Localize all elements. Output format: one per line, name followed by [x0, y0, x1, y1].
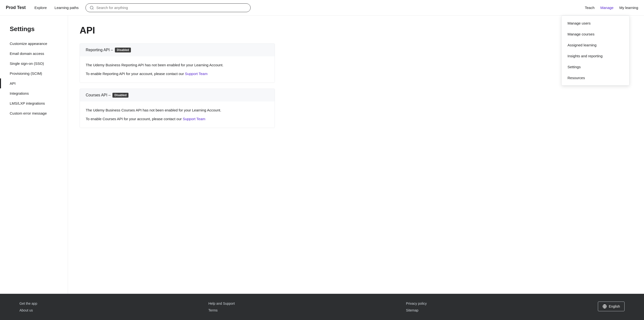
footer-privacy[interactable]: Privacy policy — [406, 302, 427, 306]
courses-api-header: Courses API – Disabled — [80, 89, 275, 102]
sidebar-nav: Customize appearance Email domain access… — [0, 38, 68, 118]
reporting-api-contact: To enable Reporting API for your account… — [86, 71, 269, 77]
sidebar-item-error[interactable]: Custom error message — [0, 108, 68, 118]
dropdown-assigned-learning[interactable]: Assigned learning — [562, 40, 629, 50]
language-label: English — [609, 304, 620, 308]
footer-about-us[interactable]: About us — [20, 308, 37, 312]
reporting-api-header: Reporting API – Disabled — [80, 44, 275, 56]
courses-api-description: The Udemy Business Courses API has not b… — [86, 107, 269, 113]
courses-support-link[interactable]: Support Team — [182, 117, 205, 121]
courses-api-card: Courses API – Disabled The Udemy Busines… — [80, 88, 275, 128]
site-logo[interactable]: Prod Test — [6, 5, 26, 10]
courses-api-title: Courses API – — [86, 93, 110, 97]
footer-terms[interactable]: Terms — [208, 308, 235, 312]
svg-line-1 — [92, 8, 93, 9]
dropdown-insights[interactable]: Insights and reporting — [562, 50, 629, 62]
sidebar-item-lms[interactable]: LMS/LXP integrations — [0, 98, 68, 108]
footer-col-3: Privacy policy Sitemap — [406, 302, 427, 312]
sidebar-item-scim[interactable]: Provisioning (SCIM) — [0, 68, 68, 78]
reporting-api-description: The Udemy Business Reporting API has not… — [86, 62, 269, 68]
footer-col-2: Help and Support Terms — [208, 302, 235, 312]
footer-col-1: Get the app About us — [20, 302, 37, 312]
footer: Get the app About us Help and Support Te… — [0, 294, 644, 320]
header-actions: Teach Manage My learning — [579, 6, 638, 10]
sidebar-title: Settings — [0, 25, 68, 33]
footer-get-app[interactable]: Get the app — [20, 302, 37, 306]
main-section: API Reporting API – Disabled The Udemy B… — [68, 16, 286, 294]
my-learning-link[interactable]: My learning — [619, 6, 638, 10]
sidebar-item-integrations[interactable]: Integrations — [0, 88, 68, 98]
dropdown-settings[interactable]: Settings — [562, 62, 629, 72]
dropdown-manage-courses[interactable]: Manage courses — [562, 29, 629, 40]
main-nav: Explore Learning paths — [32, 4, 82, 12]
header: Prod Test Explore Learning paths Teach M… — [0, 0, 644, 16]
search-input[interactable] — [96, 6, 246, 10]
nav-learning-paths[interactable]: Learning paths — [52, 4, 82, 12]
courses-api-badge: Disabled — [112, 93, 128, 98]
globe-icon — [602, 304, 607, 308]
sidebar-item-email[interactable]: Email domain access — [0, 48, 68, 58]
footer-sitemap[interactable]: Sitemap — [406, 308, 427, 312]
footer-content: Get the app About us Help and Support Te… — [20, 302, 624, 312]
search-bar — [86, 4, 250, 12]
reporting-api-body: The Udemy Business Reporting API has not… — [80, 56, 275, 82]
svg-point-0 — [90, 6, 93, 9]
main-content: Settings Customize appearance Email doma… — [0, 16, 644, 294]
dropdown-manage-users[interactable]: Manage users — [562, 18, 629, 29]
footer-help[interactable]: Help and Support — [208, 302, 235, 306]
reporting-api-badge: Disabled — [115, 48, 131, 52]
reporting-api-card: Reporting API – Disabled The Udemy Busin… — [80, 44, 275, 83]
search-icon — [90, 6, 94, 10]
language-selector[interactable]: English — [598, 302, 624, 311]
manage-dropdown: Manage users Manage courses Assigned lea… — [562, 16, 630, 86]
manage-link[interactable]: Manage — [600, 6, 614, 10]
sidebar: Settings Customize appearance Email doma… — [0, 16, 68, 294]
courses-api-body: The Udemy Business Courses API has not b… — [80, 102, 275, 128]
nav-explore[interactable]: Explore — [32, 4, 50, 12]
dropdown-resources[interactable]: Resources — [562, 72, 629, 83]
page-title: API — [80, 25, 275, 36]
reporting-api-title: Reporting API – — [86, 48, 113, 52]
sidebar-item-api[interactable]: API — [0, 78, 68, 88]
teach-link[interactable]: Teach — [585, 6, 594, 10]
sidebar-item-customize[interactable]: Customize appearance — [0, 38, 68, 48]
sidebar-item-sso[interactable]: Single sign-on (SSO) — [0, 58, 68, 68]
courses-api-contact: To enable Courses API for your account, … — [86, 116, 269, 122]
reporting-support-link[interactable]: Support Team — [185, 72, 208, 76]
